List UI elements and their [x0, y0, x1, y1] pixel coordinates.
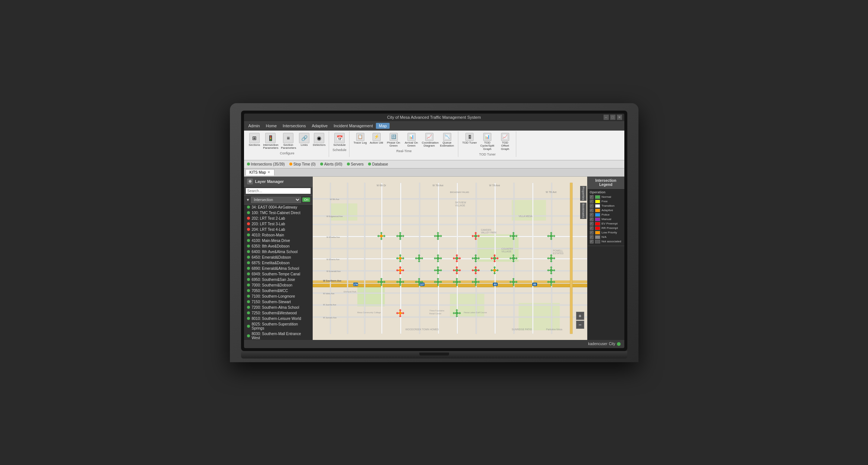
list-item[interactable]: 7200: Southern-Alma School — [244, 305, 312, 310]
list-item-label: 100: TMC Test-Cabinet Direct — [252, 211, 300, 215]
legend-checkbox[interactable]: ✓ — [590, 226, 594, 230]
list-item[interactable]: 6350: 8th Ave&Dobson — [244, 243, 312, 249]
svg-text:W 7th Ave: W 7th Ave — [489, 184, 500, 187]
links-button[interactable]: 🔗 Links — [298, 132, 311, 148]
list-item[interactable]: 204: LRT Test 4-Lab — [244, 227, 312, 232]
list-item[interactable]: 7250: Southern&Westwood — [244, 310, 312, 316]
maximize-button[interactable]: □ — [610, 115, 615, 120]
close-button[interactable]: ✕ — [617, 115, 622, 120]
svg-point-120 — [399, 257, 401, 259]
menu-intersections[interactable]: Intersections — [280, 123, 309, 129]
layer-search-input[interactable] — [246, 188, 311, 194]
bookmarks-tab[interactable]: Bookmarks — [580, 203, 586, 219]
svg-point-99 — [474, 235, 477, 237]
menu-incident[interactable]: Incident Management — [331, 123, 376, 129]
map-area[interactable]: W 6th Dr W 7th Ave W 7th Ave W 7th Ave W… — [313, 177, 587, 340]
minimize-button[interactable]: – — [604, 115, 609, 120]
intersection-params-label: Intersection Parameters — [263, 144, 278, 150]
legend-checkbox[interactable]: ✓ — [590, 204, 594, 208]
svg-rect-22 — [381, 183, 382, 333]
legend-checkbox[interactable]: ✓ — [590, 213, 594, 217]
alerts-dot — [320, 163, 323, 166]
section-params-button[interactable]: ≡ Section Parameters — [280, 132, 297, 151]
legend-label-text: Not associated — [602, 240, 621, 243]
list-item[interactable]: 7100: Southern-Longmore — [244, 294, 312, 299]
menu-map[interactable]: Map — [376, 123, 390, 129]
kits-map-tab[interactable]: KITS Map ✕ — [246, 169, 274, 176]
list-item[interactable]: 6950: Southern&San Jose — [244, 277, 312, 282]
tod-offset-button[interactable]: 📈 TOD Offset Graph — [497, 132, 514, 152]
intersection-select[interactable]: Intersection — [251, 197, 301, 203]
detectors-button[interactable]: ◉ Detectors — [312, 132, 326, 148]
legend-checkbox[interactable]: ✓ — [590, 209, 594, 212]
legend-item: ✓RR Preempt — [590, 226, 622, 230]
queue-estimation-label: Queue Estimation — [440, 141, 455, 148]
svg-text:POWELL: POWELL — [553, 249, 563, 252]
laptop-base — [241, 351, 627, 358]
legend-checkbox[interactable]: ✓ — [590, 240, 594, 243]
list-dot — [247, 228, 250, 231]
sections-icon: ⊞ — [249, 133, 260, 143]
list-item[interactable]: 34: EAST 0004-AirGateway — [244, 204, 312, 210]
coordination-diagram-button[interactable]: 📈 Coordination Diagram — [421, 132, 438, 149]
list-item[interactable]: 4010: Robson-Main — [244, 232, 312, 238]
ribbon-group-tod: 🎛 TOD Tuner 📊 TOD Cycle/Split Graph 📈 T — [459, 131, 516, 157]
legend-checkbox[interactable]: ✓ — [590, 231, 594, 235]
list-item[interactable]: 100: TMC Test-Cabinet Direct — [244, 210, 312, 216]
arrival-on-green-button[interactable]: 📊 Arrival On Green — [403, 132, 420, 149]
list-item[interactable]: 6400: 8th Ave&Alma School — [244, 249, 312, 255]
list-item[interactable]: 6875: Emelita&Dobson — [244, 260, 312, 266]
list-item[interactable]: 8030: Southern-Mall Entrance West — [244, 331, 312, 340]
list-item[interactable]: 6450: Emerald&Dobson — [244, 255, 312, 260]
legend-header: Intersection Legend — [588, 177, 624, 189]
city-label: City — [609, 342, 615, 346]
database-status: Database — [368, 162, 388, 166]
zoom-in-button[interactable]: + — [576, 312, 584, 320]
svg-text:Fiesta Lakes Golf Course: Fiesta Lakes Golf Course — [464, 311, 487, 313]
zoom-out-button[interactable]: − — [576, 321, 584, 329]
list-item[interactable]: 7000: Southern&Dobson — [244, 282, 312, 288]
legend-checkbox[interactable]: ✓ — [590, 217, 594, 221]
legend-checkbox[interactable]: ✓ — [590, 222, 594, 226]
on-badge: On — [302, 197, 310, 202]
list-item[interactable]: 8010: Southern-Leisure World — [244, 316, 312, 321]
legend-checkbox[interactable]: ✓ — [590, 200, 594, 203]
section-params-label: Section Parameters — [281, 144, 296, 150]
tod-cycle-split-button[interactable]: 📊 TOD Cycle/Split Graph — [479, 132, 496, 152]
svg-text:W 6th Dr: W 6th Dr — [377, 184, 386, 187]
tab-close-icon[interactable]: ✕ — [267, 170, 270, 174]
legend-checkbox[interactable]: ✓ — [590, 195, 594, 199]
legend-label-text: Police — [602, 213, 610, 216]
schedule-button[interactable]: 📅 Schedule — [332, 132, 347, 148]
sections-button[interactable]: ⊞ Sections — [248, 132, 261, 148]
list-item[interactable]: 4100: Main-Mesa Drive — [244, 238, 312, 243]
properties-tab[interactable]: Properties — [580, 186, 586, 201]
menu-home[interactable]: Home — [263, 123, 280, 129]
svg-text:W Juevelo Ave: W Juevelo Ave — [323, 316, 337, 318]
svg-point-225 — [399, 281, 401, 283]
list-item[interactable]: 7150: Southern-Stewart — [244, 299, 312, 305]
svg-point-274 — [399, 312, 401, 314]
list-item-label: 8025: Southern-Superstition Springs — [252, 322, 309, 330]
intersection-params-button[interactable]: 🚦 Intersection Parameters — [262, 132, 279, 151]
svg-rect-5 — [330, 203, 357, 220]
svg-text:VILLA MESA: VILLA MESA — [518, 215, 533, 217]
trace-log-button[interactable]: 📋 Trace Log — [352, 132, 368, 145]
list-item[interactable]: 202: LRT Test 2-Lab — [244, 216, 312, 221]
list-item[interactable]: 6890: Emerald&Alma School — [244, 266, 312, 271]
right-panel: Properties Bookmarks Intersection Legend… — [587, 177, 624, 340]
expand-arrow-icon[interactable]: ▼ — [246, 198, 250, 202]
list-item[interactable]: 8025: Southern-Superstition Springs — [244, 321, 312, 331]
queue-estimation-button[interactable]: 📉 Queue Estimation — [439, 132, 456, 149]
action-util-button[interactable]: ⚡ Action Util — [369, 132, 384, 145]
legend-checkbox[interactable]: ✓ — [590, 235, 594, 239]
schedule-label: Schedule — [333, 144, 345, 147]
left-panel: ⊕ Layer Manager ▼ Intersection On — [244, 177, 313, 340]
menu-adaptive[interactable]: Adaptive — [309, 123, 331, 129]
list-item[interactable]: 7050: Southern&MCC — [244, 288, 312, 294]
list-item[interactable]: 203: LRT Test 3-Lab — [244, 221, 312, 227]
tod-tuner-button[interactable]: 🎛 TOD Tuner — [461, 132, 478, 145]
list-item[interactable]: 6949: Southern-Tempe Canal — [244, 271, 312, 277]
phase-on-green-button[interactable]: 🔢 Phase On Green — [385, 132, 402, 149]
menu-admin[interactable]: Admin — [246, 123, 263, 129]
